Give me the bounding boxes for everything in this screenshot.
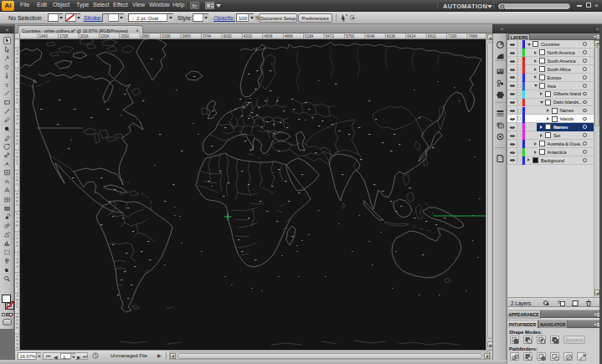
svg-text:5184: 5184 <box>305 34 314 38</box>
svg-text:4320: 4320 <box>244 34 253 38</box>
svg-text:5472: 5472 <box>326 34 335 38</box>
svg-text:T: T <box>5 82 9 89</box>
svg-text:1728: 1728 <box>59 34 69 38</box>
svg-text:6912: 6912 <box>428 34 437 38</box>
svg-text:3456: 3456 <box>183 34 192 38</box>
svg-text:6624: 6624 <box>407 34 416 38</box>
svg-text:5760: 5760 <box>346 34 355 38</box>
svg-text:6048: 6048 <box>366 34 375 38</box>
svg-text:2: 2 <box>16 182 18 187</box>
svg-text:4: 4 <box>16 161 18 166</box>
svg-text:2592: 2592 <box>121 34 130 38</box>
svg-text:8: 8 <box>16 121 18 126</box>
svg-text:7488: 7488 <box>469 34 478 38</box>
svg-text:3744: 3744 <box>203 34 212 38</box>
svg-text:0: 0 <box>16 100 18 105</box>
svg-text:3168: 3168 <box>162 34 171 38</box>
svg-text:4: 4 <box>16 59 18 64</box>
svg-text:1440: 1440 <box>39 34 49 38</box>
svg-text:4896: 4896 <box>285 34 294 38</box>
svg-text:2016: 2016 <box>80 34 89 38</box>
svg-text:0: 0 <box>16 305 18 309</box>
svg-text:6336: 6336 <box>387 34 396 38</box>
svg-text:8: 8 <box>16 223 18 228</box>
svg-text:2: 2 <box>16 285 18 289</box>
svg-text:6: 6 <box>16 141 18 146</box>
svg-text:8: 8 <box>16 326 18 330</box>
svg-text:4032: 4032 <box>223 34 232 38</box>
svg-text:4608: 4608 <box>264 34 273 38</box>
svg-text:0: 0 <box>16 203 18 207</box>
svg-text:4: 4 <box>16 264 18 269</box>
svg-text:6: 6 <box>16 244 18 248</box>
svg-text:7200: 7200 <box>448 34 457 38</box>
svg-text:2304: 2304 <box>100 34 110 38</box>
svg-text:2: 2 <box>16 80 18 85</box>
svg-text:2880: 2880 <box>141 34 151 38</box>
